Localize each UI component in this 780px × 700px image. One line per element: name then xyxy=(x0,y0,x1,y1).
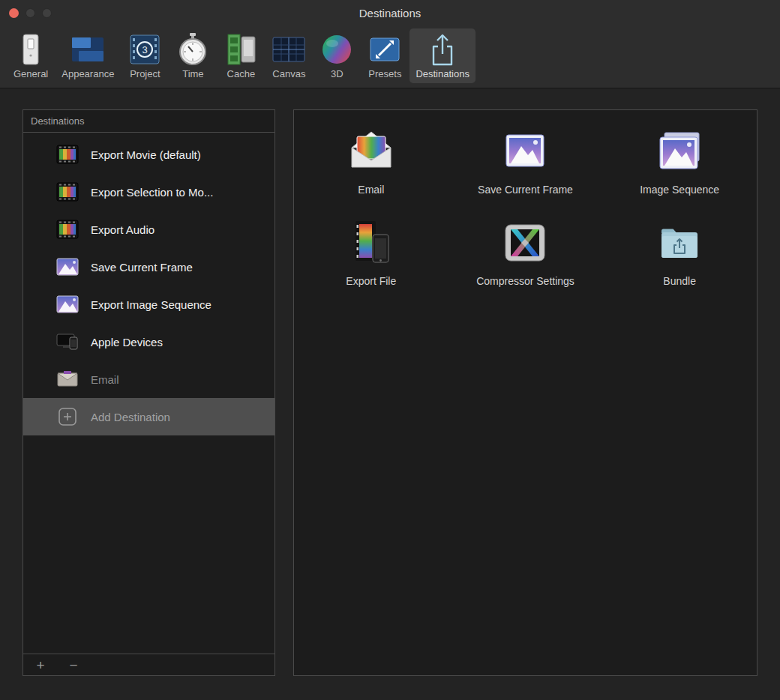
share-box-icon xyxy=(425,32,460,67)
toolbar-item-project[interactable]: 3 Project xyxy=(122,28,168,83)
photo-icon xyxy=(56,295,79,314)
preferences-toolbar: General Appearance xyxy=(0,25,780,88)
sidebar-footer: + − xyxy=(23,654,274,675)
photo-icon xyxy=(56,257,79,277)
filmstrip-icon xyxy=(56,220,79,239)
list-item-export-selection[interactable]: Export Selection to Mo... xyxy=(23,173,274,211)
zoom-button[interactable] xyxy=(42,8,52,18)
list-item-label: Apple Devices xyxy=(91,336,163,349)
add-destination-button[interactable]: + xyxy=(32,658,49,672)
traffic-lights xyxy=(9,0,52,25)
close-button[interactable] xyxy=(9,8,19,18)
preferences-window: Destinations General Appearance xyxy=(0,0,780,700)
list-item-export-image-sequence[interactable]: Export Image Sequence xyxy=(23,286,274,323)
compressor-icon xyxy=(500,217,550,268)
destinations-list: Export Movie (default) xyxy=(23,133,274,654)
envelope-icon xyxy=(56,369,79,389)
devices-icon xyxy=(56,332,79,351)
toolbar-label: Canvas xyxy=(272,68,305,79)
toolbar-label: General xyxy=(14,68,48,79)
toolbar-label: Presets xyxy=(368,68,401,79)
destination-email[interactable]: Email xyxy=(294,125,448,196)
project-film-3-icon: 3 xyxy=(128,32,162,67)
toolbar-item-canvas[interactable]: Canvas xyxy=(266,28,312,83)
photo-frame-icon xyxy=(500,125,550,176)
light-switch-icon xyxy=(14,32,48,67)
filmstrip-icon xyxy=(56,182,79,202)
destinations-pane: Destinations xyxy=(0,88,780,700)
toolbar-label: 3D xyxy=(331,68,344,79)
destination-label: Email xyxy=(358,184,384,196)
destination-label: Image Sequence xyxy=(640,184,719,196)
open-envelope-icon xyxy=(346,125,397,176)
appearance-icon xyxy=(70,32,105,67)
film-cache-icon xyxy=(224,32,258,67)
toolbar-label: Destinations xyxy=(416,68,470,79)
plus-box-icon xyxy=(56,407,79,426)
toolbar-label: Appearance xyxy=(62,68,114,79)
list-item-email[interactable]: Email xyxy=(23,360,274,398)
color-sphere-icon xyxy=(320,32,354,67)
destination-label: Save Current Frame xyxy=(478,184,573,196)
toolbar-item-3d[interactable]: 3D xyxy=(314,28,360,83)
destinations-gallery: Email xyxy=(293,109,758,676)
sidebar-header: Destinations xyxy=(23,110,274,133)
filmstrip-phone-icon xyxy=(346,217,397,268)
destination-compressor-settings[interactable]: Compressor Settings xyxy=(448,217,603,287)
destination-label: Compressor Settings xyxy=(476,275,574,287)
toolbar-label: Project xyxy=(130,68,160,79)
list-item-label: Save Current Frame xyxy=(91,261,193,274)
destination-export-file[interactable]: Export File xyxy=(294,217,448,287)
toolbar-item-appearance[interactable]: Appearance xyxy=(56,28,120,83)
list-item-export-audio[interactable]: Export Audio xyxy=(23,211,274,248)
titlebar: Destinations xyxy=(0,0,780,25)
list-item-label: Export Movie (default) xyxy=(91,148,201,161)
toolbar-item-general[interactable]: General xyxy=(8,28,54,83)
list-item-label: Export Audio xyxy=(91,223,154,236)
toolbar-item-time[interactable]: Time xyxy=(170,28,216,83)
list-item-label: Email xyxy=(91,373,119,386)
toolbar-label: Time xyxy=(182,68,203,79)
svg-text:3: 3 xyxy=(142,44,148,55)
toolbar-label: Cache xyxy=(227,68,256,79)
toolbar-item-destinations[interactable]: Destinations xyxy=(410,28,476,83)
destinations-sidebar: Destinations xyxy=(22,109,275,676)
toolbar-item-presets[interactable]: Presets xyxy=(362,28,408,83)
destination-label: Export File xyxy=(346,275,396,287)
list-item-export-movie[interactable]: Export Movie (default) xyxy=(23,136,274,173)
stopwatch-icon xyxy=(176,32,210,67)
destination-save-current-frame[interactable]: Save Current Frame xyxy=(448,125,603,196)
window-title: Destinations xyxy=(0,7,780,19)
destinations-grid: Email xyxy=(294,125,757,287)
destination-bundle[interactable]: Bundle xyxy=(602,217,757,287)
list-item-save-current-frame[interactable]: Save Current Frame xyxy=(23,248,274,286)
canvas-grid-icon xyxy=(272,32,306,67)
bundle-folder-icon xyxy=(654,217,705,268)
list-item-label: Add Destination xyxy=(91,411,170,423)
list-item-label: Export Selection to Mo... xyxy=(91,186,213,199)
list-item-apple-devices[interactable]: Apple Devices xyxy=(23,323,274,360)
minimize-button[interactable] xyxy=(26,8,35,18)
remove-destination-button[interactable]: − xyxy=(65,658,82,672)
list-item-label: Export Image Sequence xyxy=(91,298,212,311)
toolbar-item-cache[interactable]: Cache xyxy=(218,28,264,83)
filmstrip-icon xyxy=(56,145,79,164)
destination-image-sequence[interactable]: Image Sequence xyxy=(602,125,757,196)
diagonal-arrow-icon xyxy=(368,32,402,67)
list-item-add-destination[interactable]: Add Destination xyxy=(23,398,274,435)
destination-label: Bundle xyxy=(663,275,696,287)
photo-stack-icon xyxy=(654,125,705,176)
